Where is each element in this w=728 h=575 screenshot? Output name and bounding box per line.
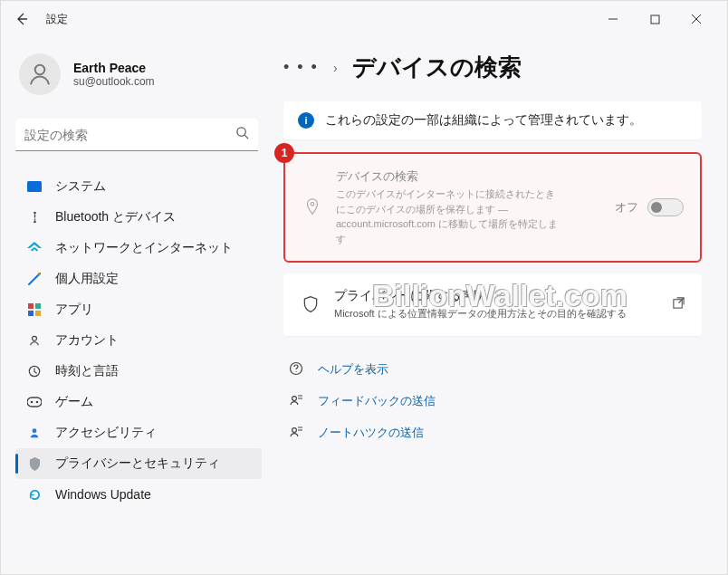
card-description: このデバイスがインターネットに接続されたときにこのデバイスの場所を保存します —… xyxy=(336,187,562,246)
svg-point-5 xyxy=(34,221,36,224)
privacy-title: プライバシーに関する声明 xyxy=(334,288,659,304)
breadcrumb-more[interactable]: • • • xyxy=(283,58,319,77)
nav-icon xyxy=(26,486,43,503)
avatar xyxy=(19,53,61,95)
arrow-left-icon xyxy=(14,12,29,26)
sidebar-item-6[interactable]: 時刻と言語 xyxy=(15,356,262,387)
svg-point-15 xyxy=(33,428,37,433)
sidebar: Earth Peace su@outlook.com システムBluetooth… xyxy=(1,37,273,574)
find-my-device-toggle[interactable] xyxy=(647,198,684,216)
nav-label: 個人用設定 xyxy=(55,271,119,287)
svg-rect-6 xyxy=(28,303,34,309)
notes-link-label: ノートハツクの送信 xyxy=(318,425,424,441)
svg-rect-3 xyxy=(27,181,42,192)
sidebar-item-7[interactable]: ゲーム xyxy=(15,387,262,417)
notes-link[interactable]: ノートハツクの送信 xyxy=(289,425,702,442)
info-icon: i xyxy=(298,112,314,129)
privacy-desc: Microsoft による位置情報データの使用方法とその目的を確認する xyxy=(334,306,642,321)
help-link-label: ヘルプを表示 xyxy=(318,361,388,378)
sidebar-item-9[interactable]: プライバシーとセキュリティ xyxy=(15,448,262,479)
svg-point-10 xyxy=(33,336,37,340)
back-button[interactable] xyxy=(8,5,35,33)
svg-point-1 xyxy=(35,65,45,75)
titlebar: 設定 xyxy=(1,1,727,37)
privacy-statement-card[interactable]: プライバシーに関する声明 Microsoft による位置情報データの使用方法とそ… xyxy=(283,273,702,336)
nav-icon xyxy=(26,178,43,195)
sidebar-item-2[interactable]: ネットワークとインターネット xyxy=(15,233,262,264)
open-link-icon xyxy=(672,296,685,313)
nav-icon xyxy=(26,394,43,410)
svg-rect-9 xyxy=(35,311,41,316)
card-title: デバイスの検索 xyxy=(336,168,602,185)
sidebar-item-1[interactable]: Bluetooth とデバイス xyxy=(15,202,262,233)
nav-icon xyxy=(26,302,43,318)
nav-icon xyxy=(26,332,43,349)
person-icon xyxy=(26,61,53,88)
nav-icon xyxy=(26,271,43,287)
nav-label: アプリ xyxy=(55,302,93,318)
feedback-icon xyxy=(289,393,305,410)
svg-point-4 xyxy=(34,212,36,215)
help-icon xyxy=(289,361,305,379)
nav-icon xyxy=(26,455,43,472)
nav-label: アカウント xyxy=(55,332,119,349)
feedback-link[interactable]: フィードバックの送信 xyxy=(289,393,702,410)
svg-point-14 xyxy=(36,401,39,404)
search-input[interactable] xyxy=(24,128,235,142)
svg-rect-0 xyxy=(651,15,659,24)
svg-rect-7 xyxy=(35,303,41,309)
sidebar-item-3[interactable]: 個人用設定 xyxy=(15,264,262,294)
search-icon xyxy=(235,126,249,143)
nav-label: アクセシビリティ xyxy=(55,425,157,441)
feedback-link-label: フィードバックの送信 xyxy=(318,393,436,409)
help-link[interactable]: ヘルプを表示 xyxy=(289,361,702,379)
find-my-device-card[interactable]: 1 デバイスの検索 このデバイスがインターネットに接続されたときにこのデバイスの… xyxy=(283,152,702,263)
nav-label: Windows Update xyxy=(55,487,151,502)
profile-email: su@outlook.com xyxy=(73,75,155,88)
info-banner: i これらの設定の一部は組織によって管理されています。 xyxy=(283,101,702,139)
sidebar-item-10[interactable]: Windows Update xyxy=(15,479,262,510)
minimize-button[interactable] xyxy=(600,6,626,32)
svg-rect-12 xyxy=(27,398,42,407)
svg-point-20 xyxy=(292,396,297,400)
svg-rect-8 xyxy=(28,311,34,316)
sidebar-item-8[interactable]: アクセシビリティ xyxy=(15,417,262,448)
search-box[interactable] xyxy=(15,119,258,151)
svg-point-19 xyxy=(295,370,296,371)
toggle-label: オフ xyxy=(615,199,638,216)
location-pin-icon xyxy=(302,197,323,217)
nav: システムBluetooth とデバイスネットワークとインターネット個人用設定アプ… xyxy=(15,171,262,510)
svg-point-21 xyxy=(292,427,297,432)
nav-icon xyxy=(26,425,43,441)
maximize-button[interactable] xyxy=(642,6,667,32)
nav-label: 時刻と言語 xyxy=(55,363,119,379)
shield-icon xyxy=(300,294,321,314)
maximize-icon xyxy=(650,14,660,24)
nav-label: ゲーム xyxy=(55,394,93,410)
close-button[interactable] xyxy=(684,6,709,32)
svg-point-16 xyxy=(311,203,314,206)
nav-label: ネットワークとインターネット xyxy=(55,240,233,256)
nav-label: プライバシーとセキュリティ xyxy=(55,455,220,472)
nav-icon xyxy=(26,209,43,225)
page-title: デバイスの検索 xyxy=(352,52,522,83)
sidebar-item-5[interactable]: アカウント xyxy=(15,325,262,356)
profile-name: Earth Peace xyxy=(73,61,155,75)
annotation-badge: 1 xyxy=(274,143,294,163)
nav-label: システム xyxy=(55,178,106,195)
window-controls xyxy=(600,6,720,32)
minimize-icon xyxy=(608,14,618,24)
svg-point-2 xyxy=(237,128,245,136)
chevron-right-icon: › xyxy=(333,61,338,75)
profile[interactable]: Earth Peace su@outlook.com xyxy=(19,53,262,95)
sidebar-item-4[interactable]: アプリ xyxy=(15,294,262,325)
nav-icon xyxy=(26,240,43,256)
window-title: 設定 xyxy=(46,12,68,27)
info-banner-text: これらの設定の一部は組織によって管理されています。 xyxy=(325,112,642,129)
svg-point-13 xyxy=(31,401,34,404)
nav-label: Bluetooth とデバイス xyxy=(55,209,176,225)
notes-icon xyxy=(289,425,305,442)
close-icon xyxy=(691,14,702,24)
sidebar-item-0[interactable]: システム xyxy=(15,171,262,202)
help-links: ヘルプを表示 フィードバックの送信 ノートハツクの送信 xyxy=(283,361,702,442)
